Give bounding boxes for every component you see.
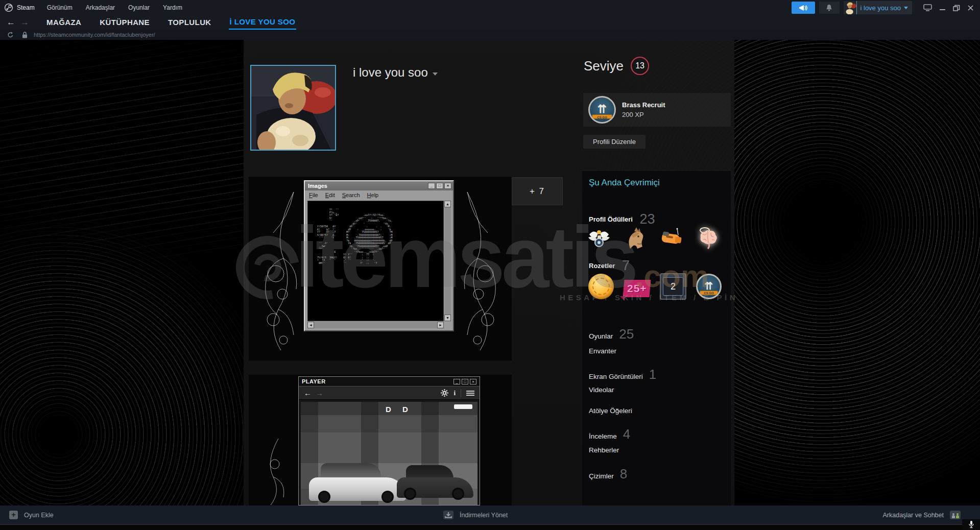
lock-icon: [22, 32, 28, 38]
maximize-icon: □: [462, 379, 468, 384]
menu-help[interactable]: Yardım: [163, 4, 182, 11]
profile-avatar[interactable]: [250, 65, 336, 151]
badge-texts: Brass Recruit 200 XP: [622, 101, 665, 118]
tab-community[interactable]: TOPLULUK: [167, 16, 212, 29]
ascii-art: Y! '' F?o., Y? '6? .oo7?!7Z!?7oo. 5! .od…: [314, 208, 443, 264]
sidebar-item-screenshots[interactable]: Ekran Görüntüleri 1: [589, 367, 656, 382]
notifications-button[interactable]: [819, 2, 840, 14]
manage-downloads-button[interactable]: İndirmeleri Yönet: [443, 511, 508, 519]
big-picture-icon[interactable]: [923, 4, 932, 11]
gear-icon: [441, 389, 448, 397]
garage-lamp: [454, 404, 472, 409]
player-window-titlebar: PLAYER _ □ ×: [299, 377, 480, 387]
images-window: Images _ □ × File Edit Search Help Y! ''…: [304, 180, 454, 331]
awards-link[interactable]: Profil Ödülleri 23: [589, 211, 655, 227]
menu-games[interactable]: Oyunlar: [128, 4, 150, 11]
artwork-showcase-1[interactable]: Images _ □ × File Edit Search Help Y! ''…: [249, 177, 512, 360]
level-block: Seviye 13: [584, 57, 649, 75]
images-window-menubar: File Edit Search Help: [305, 190, 453, 199]
close-icon: ×: [444, 183, 451, 189]
scroll-down-icon: ▼: [444, 315, 451, 321]
profile-page-panel: i love you soo Seviye 13 ⇈ CS GO Brass R…: [244, 40, 734, 505]
horse-head-award-icon[interactable]: [624, 226, 647, 250]
restore-icon[interactable]: [953, 5, 960, 11]
sidebar-item-videos[interactable]: Videolar: [589, 386, 620, 394]
titlebar: Steam Görünüm Arkadaşlar Oyunlar Yardım: [0, 0, 980, 15]
ascii-art-canvas: Y! '' F?o., Y? '6? .oo7?!7Z!?7oo. 5! .od…: [307, 201, 444, 321]
back-button[interactable]: ←: [7, 17, 15, 28]
microphone-icon: [969, 521, 974, 528]
refresh-icon[interactable]: [7, 32, 14, 38]
announcements-button[interactable]: [792, 2, 815, 14]
badges-count: 7: [622, 258, 630, 273]
bell-icon: [826, 4, 832, 11]
titlebar-right: i love you soo: [792, 0, 977, 15]
scroll-up-icon: ▲: [444, 201, 451, 207]
tab-store[interactable]: MAĞAZA: [45, 16, 82, 29]
profile-name[interactable]: i love you soo: [353, 65, 438, 80]
level-label: Seviye: [584, 58, 624, 74]
bottombar: + Oyun Ekle İndirmeleri Yönet Arkadaşlar…: [0, 505, 980, 524]
years-of-service-badge[interactable]: [588, 274, 614, 299]
friends-chat-button[interactable]: Arkadaşlar ve Sohbet: [876, 511, 961, 519]
minimize-icon[interactable]: [939, 5, 946, 11]
steam-logo-icon: [5, 4, 13, 12]
divider: [461, 389, 461, 397]
menu-view[interactable]: Görünüm: [47, 4, 73, 11]
more-artwork-button[interactable]: + 7: [512, 177, 563, 205]
scroll-right-icon: ►: [437, 322, 444, 328]
brain-award-icon[interactable]: [697, 226, 720, 250]
scratch-art: [258, 436, 294, 505]
badge-xp: 200 XP: [622, 111, 665, 118]
sidebar-item-reviews[interactable]: İnceleme 4: [589, 426, 630, 442]
megaphone-icon: [799, 5, 807, 11]
minimize-icon: _: [428, 183, 435, 189]
urlbar: https://steamcommunity.com/id/fantaclube…: [0, 30, 980, 40]
community-level-badge[interactable]: 2: [660, 273, 686, 300]
chevron-down-icon: [433, 73, 438, 76]
add-game-button[interactable]: + Oyun Ekle: [9, 511, 54, 519]
level-badge[interactable]: 13: [631, 57, 649, 75]
winged-award-icon[interactable]: [587, 226, 611, 250]
menu-edit: Edit: [325, 192, 335, 198]
user-name: i love you soo: [861, 4, 901, 12]
user-avatar-small: [844, 1, 857, 14]
sidebar-item-guides[interactable]: Rehberler: [589, 446, 625, 454]
url-text[interactable]: https://steamcommunity.com/id/fantaclube…: [34, 32, 155, 38]
steam-client-window: i love you soo Seviye 13 ⇈ CS GO Brass R…: [0, 0, 980, 530]
csgo-badge-icon: ⇈ CS GO: [588, 96, 616, 124]
csgo-badge[interactable]: ⇈ CS GO: [696, 274, 722, 299]
forward-button[interactable]: →: [20, 17, 29, 28]
tab-profile[interactable]: İ LOVE YOU SOO: [229, 15, 297, 30]
menu-friends[interactable]: Arkadaşlar: [86, 4, 115, 11]
sidebar-item-workshop[interactable]: Atölye Öğeleri: [589, 407, 638, 415]
images-window-titlebar: Images _ □ ×: [305, 181, 453, 190]
games-owned-badge[interactable]: 25+: [623, 280, 651, 297]
player-toolbar: ← → i: [299, 387, 480, 400]
garage-sign: D D: [386, 405, 413, 414]
white-car: [309, 463, 406, 501]
user-menu[interactable]: i love you soo: [844, 1, 913, 14]
sidebar-item-inventory[interactable]: Envanter: [589, 347, 623, 355]
download-icon: [443, 511, 453, 519]
close-icon[interactable]: [967, 5, 974, 11]
forward-arrow-icon: →: [316, 389, 323, 397]
orange-tool-award-icon[interactable]: [660, 227, 683, 249]
garage-photo: D D: [301, 402, 477, 505]
back-arrow-icon: ←: [304, 389, 312, 397]
microphone-indicator: [962, 519, 980, 530]
profile-sidebar: Şu Anda Çevrimiçi Profil Ödülleri 23: [582, 171, 731, 505]
badges-link[interactable]: Rozetler 7: [589, 258, 630, 274]
featured-badge-panel[interactable]: ⇈ CS GO Brass Recruit 200 XP: [583, 93, 731, 127]
badges-row: 25+ 2 ⇈ CS GO: [588, 273, 722, 300]
menu-steam[interactable]: Steam: [17, 4, 35, 11]
artwork-showcase-2[interactable]: PLAYER _ □ × ← → i: [249, 375, 512, 505]
tab-library[interactable]: KÜTÜPHANE: [99, 16, 151, 29]
awards-count: 23: [640, 211, 655, 227]
edit-profile-button[interactable]: Profili Düzenle: [583, 135, 646, 149]
sidebar-item-games[interactable]: Oyunlar 25: [589, 326, 634, 342]
window-controls: [923, 4, 974, 11]
bottom-strip: [0, 524, 980, 530]
sidebar-item-artwork[interactable]: Çizimler 8: [589, 466, 627, 482]
friends-icon: [950, 511, 961, 519]
